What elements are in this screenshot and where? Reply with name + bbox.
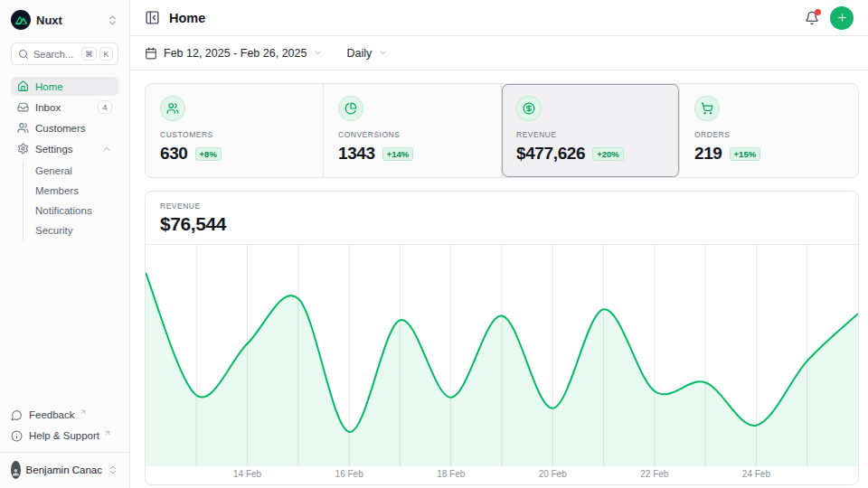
inbox-icon <box>17 101 29 113</box>
revenue-chart-card: REVENUE $76,544 14 Feb16 Feb18 Feb20 Feb… <box>145 191 859 485</box>
stat-card-conversions[interactable]: CONVERSIONS1343+14% <box>324 84 502 177</box>
chevron-up-icon <box>101 144 112 155</box>
stat-label: ORDERS <box>694 130 844 139</box>
sidebar: Nuxt Search... ⌘ K HomeInbox4CustomersSe… <box>0 0 130 488</box>
stat-delta-badge: +20% <box>592 147 624 161</box>
users-icon <box>166 102 179 115</box>
main-area: Home Feb 12, 2025 - Feb 26, 2025 Daily C… <box>130 0 868 488</box>
sidebar-subitem-notifications[interactable]: Notifications <box>35 201 118 221</box>
chart-x-axis: 14 Feb16 Feb18 Feb20 Feb22 Feb24 Feb <box>146 466 858 484</box>
period-select[interactable]: Daily <box>346 47 388 60</box>
sidebar-subitem-security[interactable]: Security <box>35 221 118 240</box>
stat-delta-badge: +14% <box>382 147 414 161</box>
x-tick-label: 18 Feb <box>437 469 465 479</box>
sidebar-item-customers[interactable]: Customers <box>11 118 118 137</box>
stat-card-orders[interactable]: ORDERS219+15% <box>680 84 858 177</box>
stat-label: REVENUE <box>516 130 665 139</box>
chevron-down-icon <box>378 48 388 58</box>
sidebar-footer: FeedbackHelp & Support <box>11 406 118 445</box>
sidebar-subitem-label: Notifications <box>35 205 92 216</box>
stats-row: CUSTOMERS630+8%CONVERSIONS1343+14%REVENU… <box>145 83 859 178</box>
sidebar-nav: HomeInbox4CustomersSettingsGeneralMember… <box>11 77 118 240</box>
sidebar-item-label: Help & Support <box>29 430 99 441</box>
settings-submenu: GeneralMembersNotificationsSecurity <box>23 161 118 240</box>
period-value: Daily <box>346 47 372 60</box>
search-icon <box>18 49 29 60</box>
home-icon <box>17 80 29 92</box>
chart-header: REVENUE $76,544 <box>146 192 858 245</box>
search-shortcut: ⌘ K <box>81 47 113 61</box>
header-actions <box>805 6 854 30</box>
chevron-down-icon <box>313 48 323 58</box>
stat-label: CONVERSIONS <box>338 130 486 139</box>
message-icon <box>11 409 23 421</box>
sidebar-subitem-general[interactable]: General <box>35 161 118 181</box>
stat-value: $477,626 <box>516 144 585 164</box>
calendar-icon <box>145 47 157 60</box>
chevrons-up-down-icon <box>108 465 118 475</box>
x-tick-label: 14 Feb <box>233 469 261 479</box>
stat-label: CUSTOMERS <box>160 130 308 139</box>
stat-delta-badge: +15% <box>730 147 761 161</box>
user-menu[interactable]: Benjamin Canac <box>11 453 118 479</box>
page-title: Home <box>169 11 205 25</box>
plus-icon <box>836 12 848 23</box>
sidebar-subitem-label: Members <box>35 185 79 196</box>
chart-title: REVENUE <box>160 202 844 211</box>
sidebar-item-label: Home <box>35 81 63 92</box>
chart-value: $76,544 <box>160 213 844 235</box>
gear-icon <box>17 143 29 155</box>
dollar-circle-icon <box>523 102 535 115</box>
dashboard-content: CUSTOMERS630+8%CONVERSIONS1343+14%REVENU… <box>130 70 868 485</box>
inbox-count-badge: 4 <box>98 100 112 114</box>
sidebar-item-help-support[interactable]: Help & Support <box>11 427 118 445</box>
notifications-button[interactable] <box>805 11 819 25</box>
stat-value: 1343 <box>338 144 375 164</box>
stat-value: 630 <box>160 144 188 164</box>
search-input[interactable]: Search... ⌘ K <box>11 42 118 65</box>
arrow-up-right-icon <box>104 429 111 436</box>
sidebar-spacer <box>11 240 118 406</box>
x-tick-label: 22 Feb <box>640 469 668 479</box>
collapse-sidebar-icon[interactable] <box>145 10 160 25</box>
search-placeholder: Search... <box>33 49 73 60</box>
chevrons-up-down-icon <box>107 14 118 26</box>
sidebar-item-label: Settings <box>35 144 73 155</box>
header: Home <box>130 0 868 36</box>
arrow-up-right-icon <box>80 408 87 416</box>
info-icon <box>11 430 23 442</box>
x-tick-label: 16 Feb <box>335 469 363 479</box>
user-name: Benjamin Canac <box>26 465 102 475</box>
stat-card-customers[interactable]: CUSTOMERS630+8% <box>146 84 324 177</box>
filters-toolbar: Feb 12, 2025 - Feb 26, 2025 Daily <box>130 36 868 70</box>
avatar <box>11 461 21 479</box>
sidebar-item-home[interactable]: Home <box>11 77 118 96</box>
users-icon <box>17 122 29 134</box>
stat-card-revenue[interactable]: REVENUE$477,626+20% <box>502 84 680 177</box>
sidebar-item-label: Feedback <box>29 409 75 420</box>
date-range-picker[interactable]: Feb 12, 2025 - Feb 26, 2025 <box>145 47 323 60</box>
date-range-value: Feb 12, 2025 - Feb 26, 2025 <box>164 47 307 60</box>
sidebar-item-label: Customers <box>35 123 86 134</box>
stat-value: 219 <box>694 144 722 164</box>
sidebar-subitem-label: General <box>35 165 72 176</box>
revenue-area-chart[interactable] <box>146 245 858 466</box>
new-item-button[interactable] <box>830 6 854 30</box>
workspace-selector[interactable]: Nuxt <box>11 9 118 31</box>
kbd-cmd: ⌘ <box>81 47 97 61</box>
kbd-k: K <box>99 47 113 61</box>
stat-delta-badge: +8% <box>195 147 222 161</box>
pie-chart-icon <box>344 102 357 115</box>
x-tick-label: 24 Feb <box>742 469 770 479</box>
unread-dot <box>815 9 821 15</box>
x-tick-label: 20 Feb <box>539 469 567 479</box>
sidebar-item-settings[interactable]: Settings <box>11 139 118 158</box>
sidebar-subitem-members[interactable]: Members <box>35 181 118 201</box>
nuxt-logo-icon <box>11 10 31 30</box>
workspace-name: Nuxt <box>36 14 62 27</box>
sidebar-item-label: Inbox <box>35 102 61 113</box>
sidebar-item-feedback[interactable]: Feedback <box>11 406 118 424</box>
sidebar-item-inbox[interactable]: Inbox4 <box>11 98 118 117</box>
cart-icon <box>701 102 713 115</box>
sidebar-subitem-label: Security <box>35 225 73 236</box>
